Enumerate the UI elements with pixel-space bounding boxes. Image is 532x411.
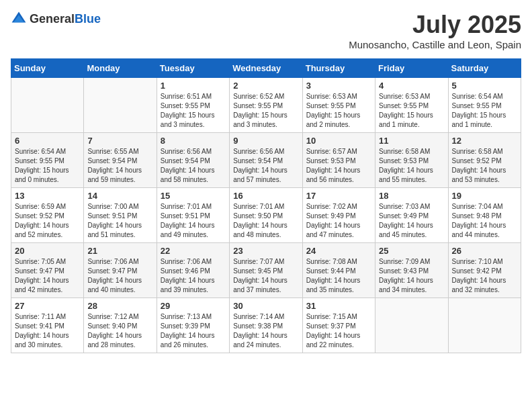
day-number: 30 <box>233 301 298 311</box>
table-row: 1 Sunrise: 6:51 AM Sunset: 9:55 PM Dayli… <box>157 78 229 133</box>
day-number: 7 <box>87 136 152 146</box>
table-row <box>448 298 521 353</box>
calendar-week-row: 20 Sunrise: 7:05 AM Sunset: 9:47 PM Dayl… <box>11 243 521 298</box>
daylight-text: Daylight: 14 hours and 45 minutes. <box>379 222 433 238</box>
daylight-text: Daylight: 14 hours and 51 minutes. <box>87 222 142 238</box>
daylight-text: Daylight: 14 hours and 58 minutes. <box>161 167 215 183</box>
sunrise-text: Sunrise: 7:12 AM <box>87 313 138 320</box>
sunrise-text: Sunrise: 7:11 AM <box>15 313 66 320</box>
daylight-text: Daylight: 14 hours and 57 minutes. <box>233 167 287 183</box>
sunrise-text: Sunrise: 7:07 AM <box>233 258 284 265</box>
calendar-week-row: 27 Sunrise: 7:11 AM Sunset: 9:41 PM Dayl… <box>11 298 521 353</box>
table-row: 2 Sunrise: 6:52 AM Sunset: 9:55 PM Dayli… <box>230 78 302 133</box>
table-row: 14 Sunrise: 7:00 AM Sunset: 9:51 PM Dayl… <box>84 188 157 243</box>
header-monday: Monday <box>84 59 157 78</box>
day-number: 17 <box>306 191 371 201</box>
daylight-text: Daylight: 14 hours and 47 minutes. <box>306 222 361 238</box>
daylight-text: Daylight: 14 hours and 55 minutes. <box>379 167 433 183</box>
table-row: 11 Sunrise: 6:58 AM Sunset: 9:53 PM Dayl… <box>375 133 448 188</box>
daylight-text: Daylight: 15 hours and 3 minutes. <box>233 111 287 128</box>
daylight-text: Daylight: 14 hours and 39 minutes. <box>161 277 215 293</box>
sunset-text: Sunset: 9:39 PM <box>161 322 210 330</box>
sunrise-text: Sunrise: 7:03 AM <box>379 203 430 210</box>
sunset-text: Sunset: 9:49 PM <box>379 212 429 220</box>
day-info: Sunrise: 6:55 AM Sunset: 9:54 PM Dayligh… <box>87 147 152 185</box>
day-info: Sunrise: 6:59 AM Sunset: 9:52 PM Dayligh… <box>15 202 80 240</box>
table-row: 10 Sunrise: 6:57 AM Sunset: 9:53 PM Dayl… <box>302 133 375 188</box>
sunset-text: Sunset: 9:42 PM <box>452 267 502 275</box>
calendar-week-row: 13 Sunrise: 6:59 AM Sunset: 9:52 PM Dayl… <box>11 188 521 243</box>
sunset-text: Sunset: 9:47 PM <box>87 267 137 275</box>
sunrise-text: Sunrise: 7:05 AM <box>15 258 66 265</box>
daylight-text: Daylight: 15 hours and 1 minute. <box>452 111 506 128</box>
day-number: 29 <box>161 301 226 311</box>
sunrise-text: Sunrise: 6:55 AM <box>87 148 138 155</box>
day-number: 3 <box>306 81 371 91</box>
day-number: 16 <box>233 191 298 201</box>
sunset-text: Sunset: 9:55 PM <box>452 102 502 109</box>
daylight-text: Daylight: 14 hours and 35 minutes. <box>306 277 361 293</box>
sunset-text: Sunset: 9:52 PM <box>15 212 64 220</box>
day-number: 18 <box>379 191 444 201</box>
page-header: GeneralBlue July 2025 Munosancho, Castil… <box>11 11 521 50</box>
day-info: Sunrise: 6:54 AM Sunset: 9:55 PM Dayligh… <box>452 92 517 130</box>
sunrise-text: Sunrise: 7:10 AM <box>452 258 503 265</box>
day-info: Sunrise: 7:04 AM Sunset: 9:48 PM Dayligh… <box>452 202 517 240</box>
day-info: Sunrise: 7:10 AM Sunset: 9:42 PM Dayligh… <box>452 257 517 295</box>
header-sunday: Sunday <box>11 59 84 78</box>
daylight-text: Daylight: 14 hours and 40 minutes. <box>87 277 142 293</box>
day-number: 11 <box>379 136 444 146</box>
logo-general: General <box>30 12 75 26</box>
day-info: Sunrise: 7:12 AM Sunset: 9:40 PM Dayligh… <box>87 312 152 350</box>
sunset-text: Sunset: 9:53 PM <box>306 157 356 165</box>
day-info: Sunrise: 6:53 AM Sunset: 9:55 PM Dayligh… <box>379 92 444 130</box>
table-row: 23 Sunrise: 7:07 AM Sunset: 9:45 PM Dayl… <box>230 243 302 298</box>
header-tuesday: Tuesday <box>157 59 229 78</box>
table-row: 30 Sunrise: 7:14 AM Sunset: 9:38 PM Dayl… <box>230 298 302 353</box>
daylight-text: Daylight: 14 hours and 26 minutes. <box>161 332 215 349</box>
day-number: 22 <box>161 246 226 256</box>
day-info: Sunrise: 7:03 AM Sunset: 9:49 PM Dayligh… <box>379 202 444 240</box>
day-info: Sunrise: 7:14 AM Sunset: 9:38 PM Dayligh… <box>233 312 298 350</box>
header-saturday: Saturday <box>448 59 521 78</box>
day-number: 6 <box>15 136 80 146</box>
table-row: 8 Sunrise: 6:56 AM Sunset: 9:54 PM Dayli… <box>157 133 229 188</box>
day-number: 20 <box>15 246 80 256</box>
day-info: Sunrise: 7:05 AM Sunset: 9:47 PM Dayligh… <box>15 257 80 295</box>
day-info: Sunrise: 7:09 AM Sunset: 9:43 PM Dayligh… <box>379 257 444 295</box>
day-info: Sunrise: 7:01 AM Sunset: 9:50 PM Dayligh… <box>233 202 298 240</box>
sunset-text: Sunset: 9:53 PM <box>379 157 429 165</box>
day-info: Sunrise: 7:07 AM Sunset: 9:45 PM Dayligh… <box>233 257 298 295</box>
table-row <box>84 78 157 133</box>
location: Munosancho, Castille and Leon, Spain <box>349 39 521 50</box>
table-row: 19 Sunrise: 7:04 AM Sunset: 9:48 PM Dayl… <box>448 188 521 243</box>
sunset-text: Sunset: 9:45 PM <box>233 267 283 275</box>
day-info: Sunrise: 7:02 AM Sunset: 9:49 PM Dayligh… <box>306 202 371 240</box>
sunrise-text: Sunrise: 7:02 AM <box>306 203 357 210</box>
day-number: 27 <box>15 301 80 311</box>
daylight-text: Daylight: 15 hours and 2 minutes. <box>306 111 361 128</box>
table-row: 21 Sunrise: 7:06 AM Sunset: 9:47 PM Dayl… <box>84 243 157 298</box>
month-year: July 2025 <box>349 11 521 39</box>
table-row <box>375 298 448 353</box>
sunset-text: Sunset: 9:55 PM <box>15 157 64 165</box>
day-info: Sunrise: 7:08 AM Sunset: 9:44 PM Dayligh… <box>306 257 371 295</box>
sunset-text: Sunset: 9:55 PM <box>233 102 283 109</box>
header-wednesday: Wednesday <box>230 59 302 78</box>
day-info: Sunrise: 6:51 AM Sunset: 9:55 PM Dayligh… <box>161 92 226 130</box>
daylight-text: Daylight: 14 hours and 49 minutes. <box>161 222 215 238</box>
table-row: 18 Sunrise: 7:03 AM Sunset: 9:49 PM Dayl… <box>375 188 448 243</box>
table-row: 13 Sunrise: 6:59 AM Sunset: 9:52 PM Dayl… <box>11 188 84 243</box>
day-info: Sunrise: 7:06 AM Sunset: 9:46 PM Dayligh… <box>161 257 226 295</box>
day-number: 4 <box>379 81 444 91</box>
sunset-text: Sunset: 9:47 PM <box>15 267 64 275</box>
logo-text: GeneralBlue <box>30 12 101 26</box>
daylight-text: Daylight: 15 hours and 3 minutes. <box>161 111 215 128</box>
day-info: Sunrise: 7:06 AM Sunset: 9:47 PM Dayligh… <box>87 257 152 295</box>
day-info: Sunrise: 7:00 AM Sunset: 9:51 PM Dayligh… <box>87 202 152 240</box>
daylight-text: Daylight: 14 hours and 53 minutes. <box>452 167 506 183</box>
sunrise-text: Sunrise: 7:06 AM <box>87 258 138 265</box>
day-info: Sunrise: 7:11 AM Sunset: 9:41 PM Dayligh… <box>15 312 80 350</box>
sunset-text: Sunset: 9:54 PM <box>233 157 283 165</box>
daylight-text: Daylight: 15 hours and 1 minute. <box>379 111 433 128</box>
